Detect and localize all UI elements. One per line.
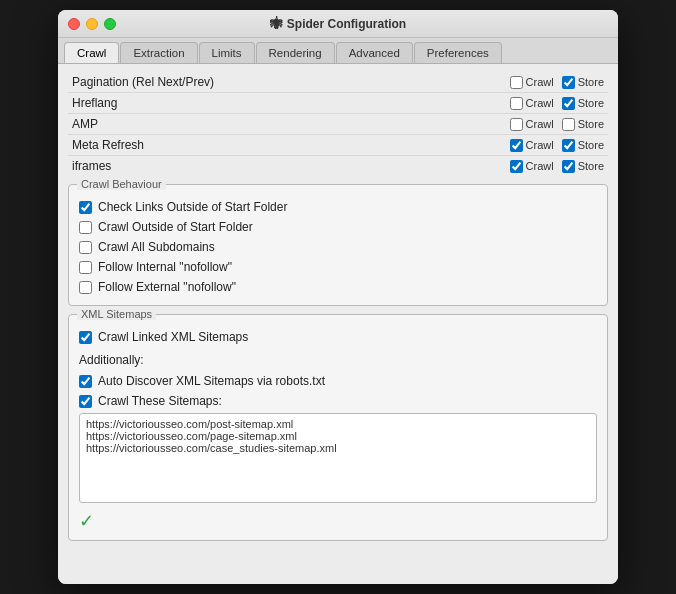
crawl-label: Crawl [526, 97, 554, 109]
cb3-checkbox[interactable] [79, 241, 92, 254]
tab-rendering[interactable]: Rendering [256, 42, 335, 63]
crawl-label: Crawl [526, 118, 554, 130]
additionally-label: Additionally: [79, 353, 597, 367]
cb5-label[interactable]: Follow External "nofollow" [98, 280, 236, 294]
titlebar: 🕷 Spider Configuration [58, 10, 618, 38]
crawl-control: Crawl [510, 160, 554, 173]
feature-rows: Pagination (Rel Next/Prev) Crawl Store H… [68, 72, 608, 176]
crawl-linked-checkbox[interactable] [79, 331, 92, 344]
minimize-button[interactable] [86, 18, 98, 30]
crawl-behaviour-title: Crawl Behaviour [77, 178, 166, 190]
table-row: AMP Crawl Store [68, 114, 608, 135]
cb4-label[interactable]: Follow Internal "nofollow" [98, 260, 232, 274]
xml-sitemaps-section: XML Sitemaps Crawl Linked XML Sitemaps A… [68, 314, 608, 541]
crawl-control: Crawl [510, 139, 554, 152]
window-controls[interactable] [68, 18, 116, 30]
store-checkbox[interactable] [562, 76, 575, 89]
store-label: Store [578, 118, 604, 130]
spider-icon: 🕷 [270, 16, 283, 31]
store-checkbox[interactable] [562, 160, 575, 173]
store-control: Store [562, 160, 604, 173]
auto-discover-label[interactable]: Auto Discover XML Sitemaps via robots.tx… [98, 374, 325, 388]
crawl-checkbox[interactable] [510, 160, 523, 173]
list-item: Crawl All Subdomains [79, 237, 597, 257]
list-item: Check Links Outside of Start Folder [79, 197, 597, 217]
crawl-control: Crawl [510, 97, 554, 110]
feature-controls: Crawl Store [510, 76, 604, 89]
feature-name: Meta Refresh [72, 138, 510, 152]
crawl-control: Crawl [510, 118, 554, 131]
cb1-checkbox[interactable] [79, 201, 92, 214]
store-checkbox[interactable] [562, 97, 575, 110]
table-row: Meta Refresh Crawl Store [68, 135, 608, 156]
sitemap-urls-textarea[interactable] [79, 413, 597, 503]
list-item: Crawl Linked XML Sitemaps [79, 327, 597, 347]
feature-controls: Crawl Store [510, 97, 604, 110]
auto-discover-checkbox[interactable] [79, 375, 92, 388]
cb3-label[interactable]: Crawl All Subdomains [98, 240, 215, 254]
tab-extraction[interactable]: Extraction [120, 42, 197, 63]
cb2-label[interactable]: Crawl Outside of Start Folder [98, 220, 253, 234]
crawl-checkbox[interactable] [510, 76, 523, 89]
crawl-these-checkbox[interactable] [79, 395, 92, 408]
crawl-these-label[interactable]: Crawl These Sitemaps: [98, 394, 222, 408]
cb2-checkbox[interactable] [79, 221, 92, 234]
store-label: Store [578, 97, 604, 109]
feature-name: Pagination (Rel Next/Prev) [72, 75, 510, 89]
valid-checkmark: ✓ [79, 510, 597, 532]
table-row: Hreflang Crawl Store [68, 93, 608, 114]
store-control: Store [562, 118, 604, 131]
crawl-linked-label[interactable]: Crawl Linked XML Sitemaps [98, 330, 248, 344]
feature-name: iframes [72, 159, 510, 173]
tab-preferences[interactable]: Preferences [414, 42, 502, 63]
store-checkbox[interactable] [562, 118, 575, 131]
tab-advanced[interactable]: Advanced [336, 42, 413, 63]
feature-controls: Crawl Store [510, 118, 604, 131]
list-item: Auto Discover XML Sitemaps via robots.tx… [79, 371, 597, 391]
window-title: 🕷 Spider Configuration [270, 16, 406, 31]
tab-crawl[interactable]: Crawl [64, 42, 119, 63]
xml-sitemaps-title: XML Sitemaps [77, 308, 156, 320]
feature-name: AMP [72, 117, 510, 131]
store-control: Store [562, 76, 604, 89]
close-button[interactable] [68, 18, 80, 30]
crawl-checkbox[interactable] [510, 139, 523, 152]
feature-name: Hreflang [72, 96, 510, 110]
list-item: Crawl Outside of Start Folder [79, 217, 597, 237]
cb1-label[interactable]: Check Links Outside of Start Folder [98, 200, 287, 214]
content-area: Pagination (Rel Next/Prev) Crawl Store H… [58, 64, 618, 584]
cb5-checkbox[interactable] [79, 281, 92, 294]
list-item: Follow External "nofollow" [79, 277, 597, 297]
store-label: Store [578, 76, 604, 88]
list-item: Crawl These Sitemaps: [79, 391, 597, 411]
cb4-checkbox[interactable] [79, 261, 92, 274]
table-row: Pagination (Rel Next/Prev) Crawl Store [68, 72, 608, 93]
store-control: Store [562, 97, 604, 110]
crawl-behaviour-section: Crawl Behaviour Check Links Outside of S… [68, 184, 608, 306]
list-item: Follow Internal "nofollow" [79, 257, 597, 277]
tab-bar: Crawl Extraction Limits Rendering Advanc… [58, 38, 618, 64]
store-label: Store [578, 160, 604, 172]
store-control: Store [562, 139, 604, 152]
store-checkbox[interactable] [562, 139, 575, 152]
table-row: iframes Crawl Store [68, 156, 608, 176]
tab-limits[interactable]: Limits [199, 42, 255, 63]
feature-controls: Crawl Store [510, 160, 604, 173]
feature-controls: Crawl Store [510, 139, 604, 152]
crawl-label: Crawl [526, 160, 554, 172]
crawl-behaviour-content: Check Links Outside of Start Folder Craw… [79, 197, 597, 297]
store-label: Store [578, 139, 604, 151]
crawl-checkbox[interactable] [510, 118, 523, 131]
crawl-checkbox[interactable] [510, 97, 523, 110]
crawl-control: Crawl [510, 76, 554, 89]
crawl-label: Crawl [526, 76, 554, 88]
crawl-label: Crawl [526, 139, 554, 151]
maximize-button[interactable] [104, 18, 116, 30]
xml-sitemaps-content: Crawl Linked XML Sitemaps Additionally: … [79, 327, 597, 532]
